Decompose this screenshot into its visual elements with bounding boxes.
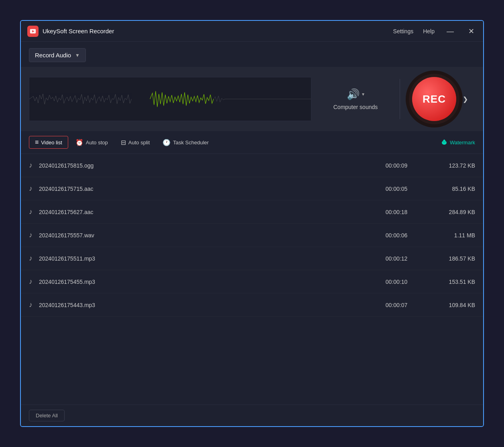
- file-name: 20240126175627.aac: [39, 209, 366, 215]
- volume-control[interactable]: 🔊 ▾: [347, 88, 364, 101]
- toolbar-task-scheduler[interactable]: 🕐 Task Scheduler: [157, 136, 214, 149]
- audio-section: 🔊 ▾ Computer sounds REC ❯: [21, 67, 483, 131]
- close-button[interactable]: ✕: [466, 26, 477, 36]
- vertical-divider: [400, 79, 400, 119]
- svg-point-82: [443, 140, 445, 141]
- toolbar-video-list-label: Video list: [41, 140, 62, 146]
- auto-split-icon: ⊟: [121, 139, 126, 146]
- rec-dropdown-arrow-icon[interactable]: ❯: [459, 94, 471, 105]
- list-item[interactable]: ♪ 20240126175715.aac 00:00:05 85.16 KB: [21, 177, 483, 200]
- mode-dropdown-label: Record Audio: [35, 52, 71, 59]
- app-logo: [27, 26, 39, 37]
- file-duration: 00:00:12: [372, 255, 421, 262]
- audio-file-icon: ♪: [29, 208, 33, 216]
- file-size: 109.84 KB: [427, 302, 475, 308]
- settings-menu[interactable]: Settings: [393, 28, 414, 34]
- title-bar-actions: Settings Help — ✕: [393, 26, 477, 36]
- audio-file-icon: ♪: [29, 231, 33, 239]
- watermark-icon: [441, 139, 447, 146]
- help-menu[interactable]: Help: [423, 28, 435, 34]
- toolbar-video-list[interactable]: ≡ Video list: [29, 136, 68, 149]
- file-name: 20240126175815.ogg: [39, 162, 366, 169]
- file-duration: 00:00:06: [372, 232, 421, 239]
- audio-controls: 🔊 ▾ Computer sounds: [323, 88, 388, 110]
- toolbar-task-scheduler-label: Task Scheduler: [173, 140, 209, 146]
- mode-selector-bar: Record Audio ▼: [21, 42, 483, 67]
- volume-dropdown-arrow-icon: ▾: [362, 91, 364, 97]
- toolbar-auto-split[interactable]: ⊟ Auto split: [115, 136, 155, 149]
- title-bar: UkeySoft Screen Recorder Settings Help —…: [21, 21, 483, 42]
- file-name: 20240126175443.mp3: [39, 302, 366, 308]
- mode-dropdown[interactable]: Record Audio ▼: [29, 48, 86, 62]
- file-duration: 00:00:18: [372, 209, 421, 215]
- rec-button[interactable]: REC: [412, 77, 456, 121]
- file-list[interactable]: ♪ 20240126175815.ogg 00:00:09 123.72 KB …: [21, 154, 483, 405]
- list-item[interactable]: ♪ 20240126175511.mp3 00:00:12 186.57 KB: [21, 247, 483, 270]
- mode-dropdown-arrow-icon: ▼: [75, 53, 80, 58]
- file-size: 284.89 KB: [427, 209, 475, 215]
- file-size: 186.57 KB: [427, 255, 475, 262]
- file-duration: 00:00:05: [372, 186, 421, 192]
- audio-file-icon: ♪: [29, 161, 33, 170]
- toolbar-auto-stop[interactable]: ⏰ Auto stop: [70, 136, 114, 149]
- audio-file-icon: ♪: [29, 277, 33, 286]
- app-title: UkeySoft Screen Recorder: [43, 28, 393, 34]
- watermark-button[interactable]: Watermark: [441, 139, 475, 146]
- toolbar: ≡ Video list ⏰ Auto stop ⊟ Auto split 🕐 …: [21, 131, 483, 154]
- audio-file-icon: ♪: [29, 184, 33, 193]
- file-name: 20240126175557.wav: [39, 232, 366, 239]
- audio-file-icon: ♪: [29, 254, 33, 263]
- list-item[interactable]: ♪ 20240126175455.mp3 00:00:10 153.51 KB: [21, 270, 483, 293]
- list-item[interactable]: ♪ 20240126175627.aac 00:00:18 284.89 KB: [21, 200, 483, 224]
- volume-icon: 🔊: [347, 88, 360, 101]
- minimize-button[interactable]: —: [444, 27, 456, 36]
- rec-label: REC: [423, 93, 446, 105]
- file-size: 123.72 KB: [427, 162, 475, 169]
- file-duration: 00:00:09: [372, 162, 421, 169]
- rec-section: REC ❯: [412, 77, 475, 121]
- file-name: 20240126175715.aac: [39, 186, 366, 192]
- file-size: 85.16 KB: [427, 186, 475, 192]
- file-name: 20240126175511.mp3: [39, 255, 366, 262]
- footer: Delete All: [21, 405, 483, 426]
- video-list-icon: ≡: [35, 139, 39, 146]
- file-duration: 00:00:10: [372, 279, 421, 285]
- audio-file-icon: ♪: [29, 301, 33, 309]
- waveform-svg: [29, 77, 311, 121]
- computer-sounds-label: Computer sounds: [333, 104, 378, 110]
- toolbar-auto-stop-label: Auto stop: [86, 140, 108, 146]
- task-scheduler-icon: 🕐: [163, 139, 171, 146]
- file-size: 1.11 MB: [427, 232, 475, 239]
- watermark-label: Watermark: [450, 140, 475, 146]
- waveform-container: [29, 77, 311, 121]
- auto-stop-icon: ⏰: [75, 139, 83, 146]
- list-item[interactable]: ♪ 20240126175557.wav 00:00:06 1.11 MB: [21, 224, 483, 247]
- list-item[interactable]: ♪ 20240126175443.mp3 00:00:07 109.84 KB: [21, 293, 483, 317]
- file-name: 20240126175455.mp3: [39, 279, 366, 285]
- file-duration: 00:00:07: [372, 302, 421, 308]
- delete-all-button[interactable]: Delete All: [29, 410, 65, 421]
- file-size: 153.51 KB: [427, 279, 475, 285]
- file-list-inner: ♪ 20240126175815.ogg 00:00:09 123.72 KB …: [21, 154, 483, 317]
- list-item[interactable]: ♪ 20240126175815.ogg 00:00:09 123.72 KB: [21, 154, 483, 177]
- app-window: UkeySoft Screen Recorder Settings Help —…: [20, 20, 484, 427]
- toolbar-auto-split-label: Auto split: [128, 140, 150, 146]
